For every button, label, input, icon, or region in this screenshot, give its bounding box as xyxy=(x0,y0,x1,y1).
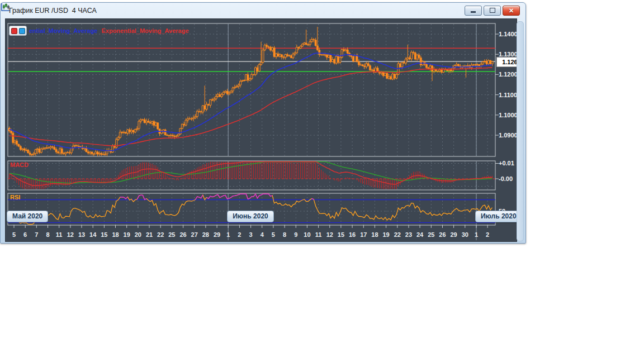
x-axis-day-label: 19 xyxy=(121,231,133,238)
x-axis-day-label: 2 xyxy=(233,231,245,238)
page: { "window": { "title": "График EUR /USD … xyxy=(0,0,644,362)
ema-blue-toggle-button[interactable] xyxy=(19,28,25,34)
indicator-legend: ential_Moving_Average Exponential_Moving… xyxy=(9,26,189,36)
legend-ema-slow-label: Exponential_Moving_Average xyxy=(101,27,188,34)
month-range-button[interactable]: Май 2020 xyxy=(7,211,48,222)
titlebar[interactable]: График EUR /USD 4 ЧАСА ✕ xyxy=(1,3,525,18)
current-price-box: 1.1264 xyxy=(496,57,517,67)
window-controls: ✕ xyxy=(465,6,521,16)
x-axis-day-label: 26 xyxy=(436,231,448,238)
x-axis-day-label: 22 xyxy=(391,231,404,238)
minimize-icon xyxy=(471,11,476,13)
macd-axis-tick-high: +0.01 xyxy=(499,159,517,167)
x-axis-day-label: 12 xyxy=(64,231,77,238)
x-axis-day-label: 15 xyxy=(98,231,110,238)
rsi-pane-label: RSI xyxy=(10,194,20,201)
x-axis-day-label: 2 xyxy=(481,231,494,238)
chart-window: График EUR /USD 4 ЧАСА ✕ ential_Moving_A… xyxy=(0,2,526,244)
x-axis-day-label: 19 xyxy=(380,231,392,238)
macd-pane-label: MACD xyxy=(10,161,29,168)
x-axis-day-label: 17 xyxy=(357,231,370,238)
legend-ema-fast-label: ential_Moving_Average xyxy=(29,27,97,34)
x-axis-day-label: 18 xyxy=(110,231,122,238)
x-axis-day-label: 6 xyxy=(19,231,31,238)
x-axis-day-label: 3 xyxy=(245,231,257,238)
x-axis-day-label: 27 xyxy=(188,231,201,238)
x-axis-day-label: 30 xyxy=(459,231,471,238)
gridlines xyxy=(8,24,495,225)
x-axis-day-label: 28 xyxy=(200,231,212,238)
x-axis-day-label: 16 xyxy=(346,231,358,238)
window-title: График EUR /USD 4 ЧАСА xyxy=(9,7,97,15)
x-axis-day-label: 13 xyxy=(75,231,88,238)
vertical-scrollbar[interactable] xyxy=(517,21,524,241)
x-axis-day-label: 9 xyxy=(290,231,302,238)
x-axis-day-label: 1 xyxy=(470,231,482,238)
x-axis-day-label: 7 xyxy=(30,231,42,238)
x-axis-day-label: 8 xyxy=(42,231,54,238)
x-axis-day-label: 8 xyxy=(278,231,291,238)
maximize-icon xyxy=(490,8,495,13)
macd-axis-tick-zero: -0.00 xyxy=(499,175,517,183)
x-axis-day-label: 12 xyxy=(324,231,336,238)
x-axis-day-label: 23 xyxy=(402,231,415,238)
chart-panel: ential_Moving_Average Exponential_Moving… xyxy=(5,18,517,242)
bearish-candles xyxy=(8,39,491,154)
price-axis-label: 1.0900 xyxy=(499,131,517,139)
month-range-button[interactable]: Июнь 2020 xyxy=(227,211,274,222)
ema-red-toggle-button[interactable] xyxy=(11,28,17,34)
x-axis-day-label: 29 xyxy=(448,231,460,238)
x-axis-day-label: 21 xyxy=(143,231,155,238)
app-icon xyxy=(1,3,11,12)
x-axis-day-label: 18 xyxy=(368,231,381,238)
x-axis-day-label: 15 xyxy=(335,231,347,238)
price-axis-label: 1.1100 xyxy=(499,91,517,99)
x-axis-day-label: 5 xyxy=(8,231,20,238)
price-axis-label: 1.1200 xyxy=(499,70,517,78)
x-axis-day-label: 25 xyxy=(425,231,437,238)
price-axis-label: 1.1400 xyxy=(499,30,517,38)
legend-buttons xyxy=(9,26,27,36)
bullish-candles xyxy=(14,39,493,155)
x-axis-day-label: 4 xyxy=(256,231,268,238)
x-axis-day-label: 20 xyxy=(132,231,144,238)
close-icon: ✕ xyxy=(509,7,514,15)
x-axis-day-label: 11 xyxy=(53,231,65,238)
maximize-button[interactable] xyxy=(484,6,501,16)
x-axis-day-label: 22 xyxy=(154,231,167,238)
x-axis-day-label: 24 xyxy=(414,231,426,238)
x-axis-day-label: 11 xyxy=(312,231,325,238)
x-axis-day-label: 5 xyxy=(267,231,280,238)
minimize-button[interactable] xyxy=(465,6,482,16)
month-range-button[interactable]: Июль 2020 xyxy=(475,211,517,222)
x-axis-day-label: 26 xyxy=(177,231,190,238)
close-button[interactable]: ✕ xyxy=(503,6,520,16)
x-axis-day-label: 14 xyxy=(87,231,99,238)
x-axis-day-label: 29 xyxy=(211,231,223,238)
x-axis-day-label: 25 xyxy=(165,231,178,238)
x-axis-day-label: 1 xyxy=(222,231,234,238)
x-axis-day-label: 10 xyxy=(301,231,313,238)
chart-canvas[interactable] xyxy=(6,19,517,241)
price-axis-label: 1.1000 xyxy=(499,111,517,119)
main-pane-frame xyxy=(8,23,495,156)
